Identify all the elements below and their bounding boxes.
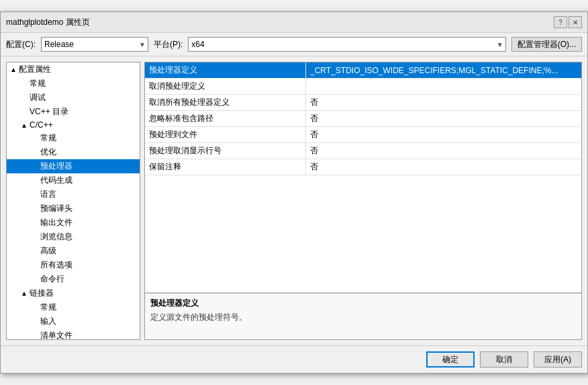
prop-name: 预处理器定义 — [145, 62, 306, 78]
tree-item[interactable]: 命令行 — [7, 272, 140, 286]
tree-item-label: VC++ 目录 — [30, 106, 68, 118]
prop-name: 取消预处理定义 — [145, 79, 306, 94]
apply-button[interactable]: 应用(A) — [534, 351, 582, 368]
tree-item[interactable]: 浏览信息 — [7, 230, 140, 244]
prop-value: 否 — [306, 143, 581, 159]
tree-item-label: 常规 — [30, 78, 46, 89]
tree-item[interactable]: 预处理器 — [7, 159, 140, 173]
tree-item-label: 命令行 — [40, 273, 64, 285]
tree-item-label: 链接器 — [30, 288, 54, 299]
ok-button[interactable]: 确定 — [426, 351, 475, 368]
prop-value: 否 — [306, 127, 581, 142]
tree-item[interactable]: ▲C/C++ — [7, 119, 140, 131]
prop-value[interactable]: _CRT_STDIO_ISO_WIDE_SPECIFIERS;MGL_STATI… — [306, 62, 581, 78]
tree-item[interactable]: 高级 — [7, 244, 140, 258]
prop-value: 否 — [306, 159, 581, 175]
help-button[interactable]: ? — [554, 16, 567, 28]
tree-item[interactable]: 清单文件 — [7, 329, 140, 340]
tree-item-label: 所有选项 — [40, 259, 72, 271]
tree-item-label: 浏览信息 — [40, 231, 72, 243]
dialog-title: mathglplotdemo 属性页 — [6, 17, 90, 28]
tree-item-label: 配置属性 — [19, 64, 51, 75]
prop-row: 预处理到文件否 — [145, 127, 581, 143]
prop-value-text: 否 — [310, 97, 318, 108]
tree-item[interactable]: VC++ 目录 — [7, 105, 140, 119]
props-panel: 预处理器定义_CRT_STDIO_ISO_WIDE_SPECIFIERS;MGL… — [144, 62, 582, 340]
config-label: 配置(C): — [6, 39, 36, 50]
close-button[interactable]: ✕ — [569, 16, 582, 28]
tree-item[interactable]: 代码生成 — [7, 173, 140, 187]
description-panel: 预处理器定义 定义源文件的预处理符号。 — [145, 292, 581, 339]
tree-item-label: 预编译头 — [40, 203, 72, 214]
tree-item-label: 输入 — [40, 316, 56, 327]
prop-name: 忽略标准包含路径 — [145, 111, 306, 126]
tree-item[interactable]: 输入 — [7, 314, 140, 329]
prop-name: 预处理到文件 — [145, 127, 306, 142]
tree-item[interactable]: 优化 — [7, 145, 140, 159]
config-manager-button[interactable]: 配置管理器(O)... — [511, 37, 582, 52]
tree-item-label: 代码生成 — [40, 175, 72, 186]
config-select[interactable]: Release Debug — [42, 38, 148, 51]
tree-item-label: C/C++ — [30, 120, 53, 130]
cancel-button[interactable]: 取消 — [480, 351, 528, 368]
prop-name: 预处理取消显示行号 — [145, 143, 306, 159]
prop-row[interactable]: 预处理器定义_CRT_STDIO_ISO_WIDE_SPECIFIERS;MGL… — [145, 62, 581, 79]
prop-name: 保留注释 — [145, 159, 306, 175]
tree-item[interactable]: 常规 — [7, 77, 140, 91]
platform-select-wrapper[interactable]: x64 x86 ▼ — [188, 37, 505, 52]
tree-item[interactable]: 调试 — [7, 91, 140, 105]
properties-dialog: mathglplotdemo 属性页 ? ✕ 配置(C): Release De… — [0, 11, 588, 374]
tree-panel[interactable]: ▲配置属性常规调试VC++ 目录▲C/C++常规优化预处理器代码生成语言预编译头… — [6, 62, 140, 340]
prop-value-text: 否 — [310, 161, 318, 173]
expand-icon: ▲ — [9, 66, 17, 73]
prop-row: 取消预处理定义 — [145, 79, 581, 95]
tree-item[interactable]: 语言 — [7, 187, 140, 202]
props-table: 预处理器定义_CRT_STDIO_ISO_WIDE_SPECIFIERS;MGL… — [145, 62, 581, 292]
tree-item-label: 预处理器 — [40, 161, 72, 172]
tree-item[interactable]: 预编译头 — [7, 202, 140, 216]
tree-item-label: 调试 — [30, 92, 46, 103]
tree-item[interactable]: 所有选项 — [7, 258, 140, 272]
platform-label: 平台(P): — [154, 39, 183, 50]
desc-title: 预处理器定义 — [150, 298, 576, 309]
title-bar: mathglplotdemo 属性页 ? ✕ — [1, 12, 587, 33]
tree-item-label: 清单文件 — [40, 330, 72, 340]
prop-value-text: 否 — [310, 145, 318, 157]
tree-item-label: 高级 — [40, 245, 56, 257]
expand-icon: ▲ — [20, 122, 28, 129]
prop-row: 忽略标准包含路径否 — [145, 111, 581, 127]
prop-value: 否 — [306, 111, 581, 126]
tree-item[interactable]: 常规 — [7, 131, 140, 145]
tree-item-label: 常规 — [40, 132, 56, 144]
prop-row: 取消所有预处理器定义否 — [145, 95, 581, 111]
tree-item[interactable]: 输出文件 — [7, 216, 140, 230]
tree-item[interactable]: 常规 — [7, 300, 140, 314]
prop-row: 预处理取消显示行号否 — [145, 143, 581, 159]
title-bar-buttons: ? ✕ — [554, 16, 582, 28]
prop-value-text: 否 — [310, 129, 318, 140]
tree-item-label: 语言 — [40, 189, 56, 200]
tree-item-label: 优化 — [40, 146, 56, 158]
config-select-wrapper[interactable]: Release Debug ▼ — [41, 37, 148, 52]
button-bar: 确定 取消 应用(A) — [1, 345, 587, 373]
tree-item-label: 输出文件 — [40, 217, 72, 228]
prop-row: 保留注释否 — [145, 159, 581, 175]
prop-value-text: 否 — [310, 113, 318, 124]
prop-value-text: _CRT_STDIO_ISO_WIDE_SPECIFIERS;MGL_STATI… — [310, 66, 558, 75]
prop-value: 否 — [306, 95, 581, 110]
prop-value — [306, 79, 581, 94]
platform-select[interactable]: x64 x86 — [189, 38, 505, 51]
desc-text: 定义源文件的预处理符号。 — [150, 312, 576, 323]
prop-name: 取消所有预处理器定义 — [145, 95, 306, 110]
tree-item-label: 常规 — [40, 302, 56, 313]
content-area: ▲配置属性常规调试VC++ 目录▲C/C++常规优化预处理器代码生成语言预编译头… — [1, 56, 587, 345]
expand-icon: ▲ — [20, 290, 28, 297]
tree-item[interactable]: ▲配置属性 — [7, 62, 140, 77]
tree-item[interactable]: ▲链接器 — [7, 286, 140, 300]
toolbar: 配置(C): Release Debug ▼ 平台(P): x64 x86 ▼ … — [1, 33, 587, 56]
